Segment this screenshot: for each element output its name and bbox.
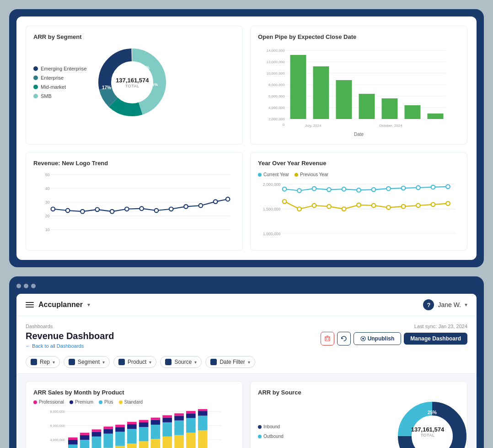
user-chevron[interactable]: ▾ <box>465 302 467 308</box>
help-button[interactable]: ? <box>423 299 434 310</box>
svg-rect-111 <box>92 437 102 448</box>
unpublish-label: Unpublish <box>368 335 395 342</box>
svg-rect-132 <box>151 420 161 425</box>
svg-rect-128 <box>139 422 149 427</box>
svg-rect-107 <box>80 440 90 448</box>
svg-rect-139 <box>174 421 184 435</box>
open-pipe-chart: Open Pipe by Expected Close Date 14,000,… <box>250 26 467 145</box>
filter-date[interactable]: Date Filter ▾ <box>205 356 255 368</box>
source-filter-label: Source <box>174 359 192 365</box>
svg-point-62 <box>297 189 301 193</box>
filter-product[interactable]: Product ▾ <box>113 356 156 368</box>
legend-previous-year: Previous Year <box>295 172 328 177</box>
rep-filter-icon <box>31 359 37 365</box>
svg-rect-113 <box>92 429 102 432</box>
filter-source[interactable]: Source ▾ <box>160 356 202 368</box>
svg-point-70 <box>416 186 420 190</box>
svg-rect-120 <box>115 427 125 432</box>
filter-bar: Rep ▾ Segment ▾ Product ▾ Source ▾ Date … <box>16 352 477 374</box>
svg-rect-125 <box>127 422 137 424</box>
svg-rect-26 <box>359 94 375 119</box>
hamburger-menu[interactable] <box>26 302 34 308</box>
filter-segment[interactable]: Segment ▾ <box>64 356 110 368</box>
svg-rect-146 <box>198 430 208 448</box>
svg-point-64 <box>327 188 331 192</box>
svg-point-50 <box>169 207 173 211</box>
outbound-dot <box>258 435 262 438</box>
hamburger-line-2 <box>26 304 34 305</box>
manage-dashboard-button[interactable]: Manage Dashboard <box>404 333 467 345</box>
svg-rect-140 <box>174 416 184 420</box>
svg-rect-117 <box>103 426 113 429</box>
open-pipe-axis-label: Date <box>258 132 460 137</box>
svg-rect-118 <box>115 446 125 448</box>
inbound-dot <box>258 425 262 429</box>
svg-rect-109 <box>80 433 90 435</box>
dot-1 <box>16 284 21 288</box>
outbound-label: Outbound <box>263 434 284 439</box>
hamburger-line-1 <box>26 302 34 303</box>
svg-text:6,000,000: 6,000,000 <box>50 424 65 428</box>
svg-point-63 <box>312 187 316 191</box>
dot-3 <box>31 284 36 288</box>
svg-rect-23 <box>290 55 306 119</box>
inbound-legend: Inbound <box>258 424 284 429</box>
standard-dot <box>119 400 123 404</box>
filter-rep[interactable]: Rep ▾ <box>26 356 60 368</box>
svg-text:October, 2024: October, 2024 <box>379 124 402 128</box>
svg-rect-131 <box>151 425 161 439</box>
yoy-svg: 2,000,000 1,500,000 1,000,000 <box>258 182 460 241</box>
unpublish-button[interactable]: Unpublish <box>354 332 402 345</box>
svg-rect-143 <box>186 418 196 433</box>
svg-text:2,000,000: 2,000,000 <box>268 117 285 121</box>
plus-dot <box>99 400 102 404</box>
refresh-button[interactable] <box>337 332 351 345</box>
svg-text:40: 40 <box>45 186 50 191</box>
bottom-charts-grid: ARR Sales by Month by Product Profession… <box>16 374 477 448</box>
source-filter-icon <box>165 359 171 365</box>
legend-premium: Premium <box>70 399 93 405</box>
svg-text:4,000,000: 4,000,000 <box>50 438 65 442</box>
arr-segment-title: ARR by Segment <box>33 33 235 40</box>
svg-rect-27 <box>382 98 398 119</box>
product-filter-chevron: ▾ <box>149 360 151 365</box>
svg-text:17%: 17% <box>102 85 111 90</box>
source-legend: Inbound Outbound <box>258 424 284 439</box>
nav-left: Accuplanner ▾ <box>26 301 90 309</box>
delete-button[interactable] <box>321 332 334 345</box>
current-year-dot <box>258 173 262 177</box>
segment-filter-icon <box>69 359 75 365</box>
svg-text:1,000,000: 1,000,000 <box>263 232 281 236</box>
svg-point-44 <box>80 210 85 214</box>
svg-rect-122 <box>127 443 137 448</box>
open-pipe-svg: 14,000,000 12,000,000 10,000,000 8,000,0… <box>258 46 460 128</box>
rep-filter-label: Rep <box>40 359 50 365</box>
svg-rect-123 <box>127 429 137 443</box>
svg-rect-127 <box>139 427 149 441</box>
unpublish-icon <box>360 336 366 341</box>
date-filter-chevron: ▾ <box>248 360 250 365</box>
svg-text:6,000,000: 6,000,000 <box>268 94 285 98</box>
svg-rect-144 <box>186 413 196 418</box>
legend-plus: Plus <box>99 399 113 405</box>
professional-dot <box>33 400 37 404</box>
previous-year-label: Previous Year <box>300 172 328 177</box>
svg-point-43 <box>66 209 70 213</box>
svg-text:July, 2024: July, 2024 <box>305 124 322 128</box>
svg-point-61 <box>283 187 287 191</box>
previous-year-dot <box>295 173 298 177</box>
svg-rect-126 <box>139 441 149 448</box>
legend-smb: SMB <box>33 93 86 99</box>
svg-point-51 <box>184 205 188 209</box>
svg-text:10,000,000: 10,000,000 <box>266 71 285 76</box>
svg-rect-85 <box>325 337 330 341</box>
back-link[interactable]: ← Back to all Dashboards <box>26 343 114 349</box>
svg-rect-124 <box>127 424 137 429</box>
app-nav: Accuplanner ▾ ? Jane W. ▾ <box>16 294 477 316</box>
legend-midmarket: Mid-market <box>33 84 86 90</box>
svg-rect-138 <box>174 435 184 448</box>
donut-center: 137,161,574 TOTAL <box>116 77 149 88</box>
app-name-chevron[interactable]: ▾ <box>87 302 90 308</box>
arr-segment-chart: ARR by Segment Emerging Enterprise Enter… <box>26 26 243 145</box>
back-link-text[interactable]: ← Back to all Dashboards <box>26 343 84 349</box>
